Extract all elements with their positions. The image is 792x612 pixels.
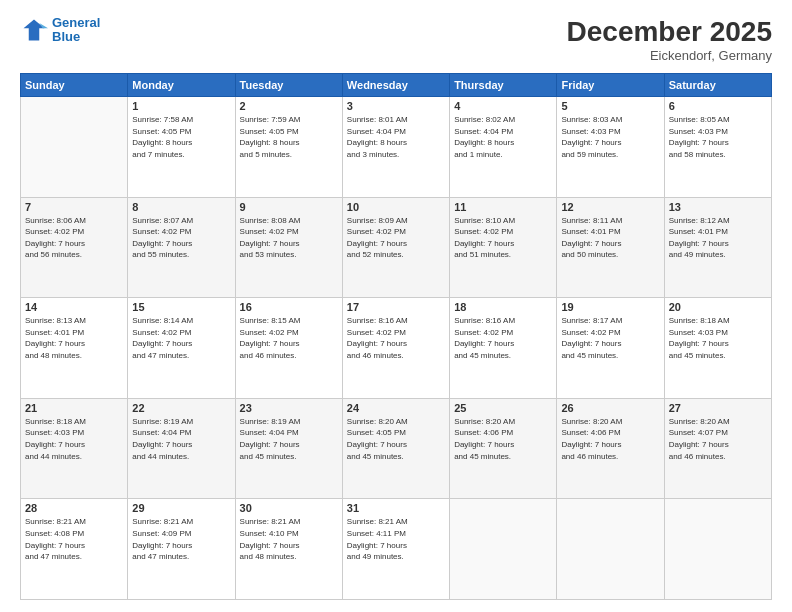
day-number: 23 [240,402,338,414]
calendar-day-cell: 1Sunrise: 7:58 AM Sunset: 4:05 PM Daylig… [128,97,235,198]
day-info: Sunrise: 8:06 AM Sunset: 4:02 PM Dayligh… [25,215,123,261]
calendar-week-row: 21Sunrise: 8:18 AM Sunset: 4:03 PM Dayli… [21,398,772,499]
calendar-week-row: 14Sunrise: 8:13 AM Sunset: 4:01 PM Dayli… [21,298,772,399]
day-number: 27 [669,402,767,414]
day-number: 10 [347,201,445,213]
page: General Blue December 2025 Eickendorf, G… [0,0,792,612]
calendar-table: SundayMondayTuesdayWednesdayThursdayFrid… [20,73,772,600]
day-info: Sunrise: 8:20 AM Sunset: 4:06 PM Dayligh… [561,416,659,462]
day-info: Sunrise: 8:09 AM Sunset: 4:02 PM Dayligh… [347,215,445,261]
day-number: 16 [240,301,338,313]
day-number: 21 [25,402,123,414]
day-info: Sunrise: 8:07 AM Sunset: 4:02 PM Dayligh… [132,215,230,261]
day-number: 18 [454,301,552,313]
day-number: 8 [132,201,230,213]
day-info: Sunrise: 8:02 AM Sunset: 4:04 PM Dayligh… [454,114,552,160]
title-block: December 2025 Eickendorf, Germany [567,16,772,63]
day-info: Sunrise: 8:20 AM Sunset: 4:06 PM Dayligh… [454,416,552,462]
day-number: 11 [454,201,552,213]
day-info: Sunrise: 8:15 AM Sunset: 4:02 PM Dayligh… [240,315,338,361]
calendar-day-cell: 4Sunrise: 8:02 AM Sunset: 4:04 PM Daylig… [450,97,557,198]
weekday-header-row: SundayMondayTuesdayWednesdayThursdayFrid… [21,74,772,97]
calendar-day-cell: 26Sunrise: 8:20 AM Sunset: 4:06 PM Dayli… [557,398,664,499]
day-info: Sunrise: 8:21 AM Sunset: 4:11 PM Dayligh… [347,516,445,562]
calendar-day-cell: 2Sunrise: 7:59 AM Sunset: 4:05 PM Daylig… [235,97,342,198]
calendar-day-cell: 5Sunrise: 8:03 AM Sunset: 4:03 PM Daylig… [557,97,664,198]
day-number: 15 [132,301,230,313]
day-number: 25 [454,402,552,414]
day-info: Sunrise: 8:10 AM Sunset: 4:02 PM Dayligh… [454,215,552,261]
calendar-day-cell: 8Sunrise: 8:07 AM Sunset: 4:02 PM Daylig… [128,197,235,298]
calendar-day-cell [557,499,664,600]
logo-icon [20,16,48,44]
month-title: December 2025 [567,16,772,48]
calendar-day-cell: 7Sunrise: 8:06 AM Sunset: 4:02 PM Daylig… [21,197,128,298]
day-info: Sunrise: 8:05 AM Sunset: 4:03 PM Dayligh… [669,114,767,160]
day-info: Sunrise: 8:03 AM Sunset: 4:03 PM Dayligh… [561,114,659,160]
day-number: 26 [561,402,659,414]
svg-marker-0 [24,20,45,41]
day-number: 19 [561,301,659,313]
calendar-day-cell: 17Sunrise: 8:16 AM Sunset: 4:02 PM Dayli… [342,298,449,399]
day-info: Sunrise: 8:14 AM Sunset: 4:02 PM Dayligh… [132,315,230,361]
weekday-header-cell: Thursday [450,74,557,97]
day-number: 28 [25,502,123,514]
calendar-day-cell: 31Sunrise: 8:21 AM Sunset: 4:11 PM Dayli… [342,499,449,600]
calendar-day-cell: 16Sunrise: 8:15 AM Sunset: 4:02 PM Dayli… [235,298,342,399]
day-info: Sunrise: 8:18 AM Sunset: 4:03 PM Dayligh… [669,315,767,361]
calendar-day-cell: 11Sunrise: 8:10 AM Sunset: 4:02 PM Dayli… [450,197,557,298]
day-number: 22 [132,402,230,414]
day-info: Sunrise: 8:13 AM Sunset: 4:01 PM Dayligh… [25,315,123,361]
calendar-week-row: 7Sunrise: 8:06 AM Sunset: 4:02 PM Daylig… [21,197,772,298]
calendar-day-cell: 30Sunrise: 8:21 AM Sunset: 4:10 PM Dayli… [235,499,342,600]
calendar-week-row: 28Sunrise: 8:21 AM Sunset: 4:08 PM Dayli… [21,499,772,600]
header: General Blue December 2025 Eickendorf, G… [20,16,772,63]
calendar-day-cell: 27Sunrise: 8:20 AM Sunset: 4:07 PM Dayli… [664,398,771,499]
day-number: 2 [240,100,338,112]
day-info: Sunrise: 8:11 AM Sunset: 4:01 PM Dayligh… [561,215,659,261]
calendar-day-cell: 24Sunrise: 8:20 AM Sunset: 4:05 PM Dayli… [342,398,449,499]
day-number: 9 [240,201,338,213]
day-number: 5 [561,100,659,112]
day-number: 6 [669,100,767,112]
day-info: Sunrise: 8:12 AM Sunset: 4:01 PM Dayligh… [669,215,767,261]
weekday-header-cell: Monday [128,74,235,97]
day-info: Sunrise: 8:20 AM Sunset: 4:07 PM Dayligh… [669,416,767,462]
day-number: 20 [669,301,767,313]
day-info: Sunrise: 8:19 AM Sunset: 4:04 PM Dayligh… [240,416,338,462]
day-number: 24 [347,402,445,414]
day-number: 13 [669,201,767,213]
calendar-day-cell: 20Sunrise: 8:18 AM Sunset: 4:03 PM Dayli… [664,298,771,399]
weekday-header-cell: Tuesday [235,74,342,97]
day-info: Sunrise: 8:21 AM Sunset: 4:10 PM Dayligh… [240,516,338,562]
day-number: 4 [454,100,552,112]
calendar-day-cell [21,97,128,198]
day-info: Sunrise: 8:17 AM Sunset: 4:02 PM Dayligh… [561,315,659,361]
day-number: 14 [25,301,123,313]
calendar-day-cell: 22Sunrise: 8:19 AM Sunset: 4:04 PM Dayli… [128,398,235,499]
calendar-day-cell: 23Sunrise: 8:19 AM Sunset: 4:04 PM Dayli… [235,398,342,499]
location: Eickendorf, Germany [567,48,772,63]
calendar-day-cell: 9Sunrise: 8:08 AM Sunset: 4:02 PM Daylig… [235,197,342,298]
day-number: 12 [561,201,659,213]
calendar-day-cell: 13Sunrise: 8:12 AM Sunset: 4:01 PM Dayli… [664,197,771,298]
day-info: Sunrise: 8:01 AM Sunset: 4:04 PM Dayligh… [347,114,445,160]
day-info: Sunrise: 8:16 AM Sunset: 4:02 PM Dayligh… [454,315,552,361]
day-info: Sunrise: 8:20 AM Sunset: 4:05 PM Dayligh… [347,416,445,462]
day-info: Sunrise: 7:59 AM Sunset: 4:05 PM Dayligh… [240,114,338,160]
calendar-day-cell: 29Sunrise: 8:21 AM Sunset: 4:09 PM Dayli… [128,499,235,600]
calendar-day-cell: 18Sunrise: 8:16 AM Sunset: 4:02 PM Dayli… [450,298,557,399]
calendar-day-cell [664,499,771,600]
calendar-day-cell: 6Sunrise: 8:05 AM Sunset: 4:03 PM Daylig… [664,97,771,198]
day-number: 31 [347,502,445,514]
calendar-day-cell: 14Sunrise: 8:13 AM Sunset: 4:01 PM Dayli… [21,298,128,399]
day-number: 17 [347,301,445,313]
day-info: Sunrise: 8:21 AM Sunset: 4:09 PM Dayligh… [132,516,230,562]
day-info: Sunrise: 8:18 AM Sunset: 4:03 PM Dayligh… [25,416,123,462]
calendar-day-cell: 12Sunrise: 8:11 AM Sunset: 4:01 PM Dayli… [557,197,664,298]
calendar-week-row: 1Sunrise: 7:58 AM Sunset: 4:05 PM Daylig… [21,97,772,198]
day-info: Sunrise: 8:21 AM Sunset: 4:08 PM Dayligh… [25,516,123,562]
day-number: 7 [25,201,123,213]
calendar-day-cell: 28Sunrise: 8:21 AM Sunset: 4:08 PM Dayli… [21,499,128,600]
weekday-header-cell: Friday [557,74,664,97]
